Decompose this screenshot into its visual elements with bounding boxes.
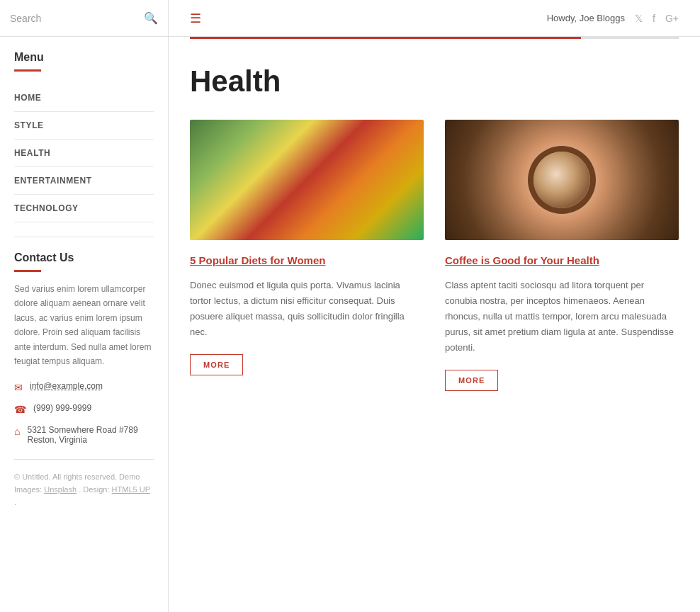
contact-address-item: ⌂ 5321 Somewhere Road #789 Reston, Virgi… <box>14 425 154 445</box>
nav-link-health[interactable]: HEALTH <box>14 140 154 166</box>
search-input[interactable] <box>10 13 144 24</box>
article-image-coffee <box>445 120 679 240</box>
topbar: ☰ Howdy, Joe Bloggs 𝕏 f G+ <box>169 0 700 37</box>
contact-phone: (999) 999-9999 <box>33 403 91 413</box>
sidebar-divider <box>14 237 154 237</box>
articles-grid: 5 Popular Diets for Women Donec euismod … <box>190 120 679 391</box>
nav-item-home[interactable]: HOME <box>14 84 154 112</box>
more-button-diet[interactable]: MORE <box>190 354 243 375</box>
sidebar-inner: Menu HOME STYLE HEALTH ENTERTAINMENT TEC… <box>0 37 168 612</box>
article-title-coffee[interactable]: Coffee is Good for Your Health <box>445 253 679 268</box>
nav-item-style[interactable]: STYLE <box>14 112 154 140</box>
nav-list: HOME STYLE HEALTH ENTERTAINMENT TECHNOLO… <box>14 84 154 222</box>
search-icon: 🔍 <box>144 12 158 24</box>
article-card-diet: 5 Popular Diets for Women Donec euismod … <box>190 120 424 391</box>
more-button-coffee[interactable]: MORE <box>445 370 498 391</box>
article-body-coffee: Class aptent taciti sociosqu ad litora t… <box>445 278 679 356</box>
menu-title: Menu <box>14 51 154 64</box>
twitter-link[interactable]: 𝕏 <box>635 13 643 24</box>
footer-html5up-link[interactable]: HTML5 UP <box>112 485 150 494</box>
contact-email-link[interactable]: info@example.com <box>30 381 103 391</box>
phone-icon: ☎ <box>14 404 26 415</box>
search-bar: 🔍 <box>0 0 168 37</box>
email-icon: ✉ <box>14 382 23 393</box>
footer-text: © Untitled. All rights reserved. Demo Im… <box>14 471 154 523</box>
nav-link-entertainment[interactable]: ENTERTAINMENT <box>14 167 154 194</box>
main-content: ☰ Howdy, Joe Bloggs 𝕏 f G+ Health 5 Popu… <box>169 0 700 612</box>
topbar-greeting: Howdy, Joe Bloggs <box>547 13 625 23</box>
menu-underline <box>14 69 41 72</box>
nav-link-technology[interactable]: TECHNOLOGY <box>14 195 154 222</box>
sidebar: 🔍 Menu HOME STYLE HEALTH ENTERTAINMENT <box>0 0 169 612</box>
contact-underline <box>14 270 41 272</box>
page-title: Health <box>190 64 679 98</box>
googleplus-link[interactable]: G+ <box>665 13 679 24</box>
contact-phone-item: ☎ (999) 999-9999 <box>14 403 154 415</box>
contact-email-item: ✉ info@example.com <box>14 381 154 393</box>
nav-item-technology[interactable]: TECHNOLOGY <box>14 195 154 222</box>
footer-unsplash-link[interactable]: Unsplash <box>44 485 77 494</box>
home-icon: ⌂ <box>14 426 20 437</box>
article-card-coffee: Coffee is Good for Your Health Class apt… <box>445 120 679 391</box>
contact-title: Contact Us <box>14 251 154 264</box>
article-title-diet[interactable]: 5 Popular Diets for Women <box>190 253 424 268</box>
contact-address: 5321 Somewhere Road #789 Reston, Virgini… <box>27 425 137 445</box>
topbar-right: Howdy, Joe Bloggs 𝕏 f G+ <box>547 13 679 24</box>
article-body-diet: Donec euismod et ligula quis porta. Viva… <box>190 278 424 340</box>
main-nav: HOME STYLE HEALTH ENTERTAINMENT TECHNOLO… <box>14 84 154 222</box>
contact-description: Sed varius enim lorem ullamcorper dolore… <box>14 282 154 368</box>
nav-item-entertainment[interactable]: ENTERTAINMENT <box>14 167 154 195</box>
article-image-food <box>190 120 424 240</box>
topbar-social: 𝕏 f G+ <box>635 13 679 24</box>
nav-link-home[interactable]: HOME <box>14 84 154 111</box>
content-area: Health 5 Popular Diets for Women Donec e… <box>169 39 700 419</box>
facebook-link[interactable]: f <box>653 13 655 24</box>
nav-link-style[interactable]: STYLE <box>14 112 154 139</box>
sidebar-divider2 <box>14 459 154 460</box>
nav-item-health[interactable]: HEALTH <box>14 140 154 167</box>
search-button[interactable]: 🔍 <box>144 11 158 25</box>
hamburger-icon[interactable]: ☰ <box>190 12 201 25</box>
